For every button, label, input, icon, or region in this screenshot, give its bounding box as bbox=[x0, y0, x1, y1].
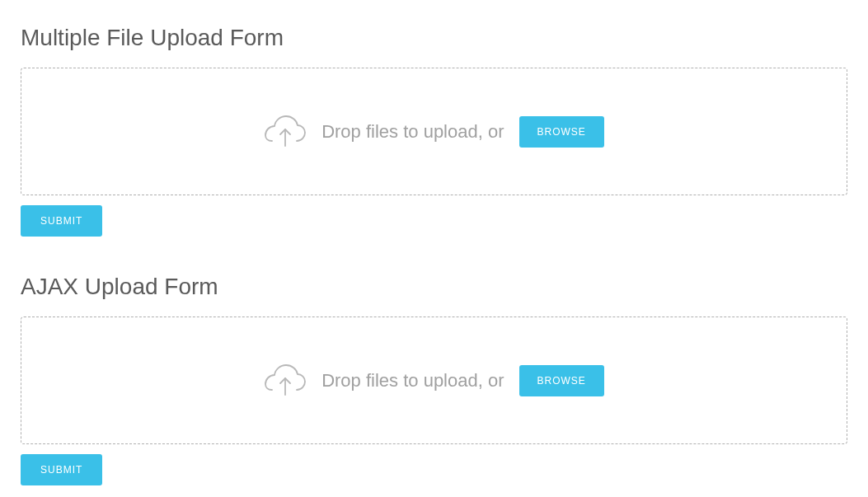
cloud-upload-icon bbox=[264, 115, 307, 149]
multiple-dropzone[interactable]: Drop files to upload, or BROWSE bbox=[21, 68, 847, 195]
cloud-upload-icon bbox=[264, 363, 307, 398]
ajax-upload-title: AJAX Upload Form bbox=[21, 274, 847, 300]
drop-text: Drop files to upload, or bbox=[321, 370, 504, 392]
dropzone-content: Drop files to upload, or BROWSE bbox=[264, 363, 604, 398]
dropzone-content: Drop files to upload, or BROWSE bbox=[264, 115, 604, 149]
drop-text: Drop files to upload, or bbox=[321, 121, 504, 143]
multiple-upload-title: Multiple File Upload Form bbox=[21, 25, 847, 51]
ajax-dropzone[interactable]: Drop files to upload, or BROWSE bbox=[21, 316, 847, 444]
multiple-submit-button[interactable]: SUBMIT bbox=[21, 205, 102, 237]
browse-button[interactable]: BROWSE bbox=[519, 116, 604, 148]
ajax-submit-button[interactable]: SUBMIT bbox=[21, 454, 102, 485]
browse-button[interactable]: BROWSE bbox=[519, 365, 604, 396]
